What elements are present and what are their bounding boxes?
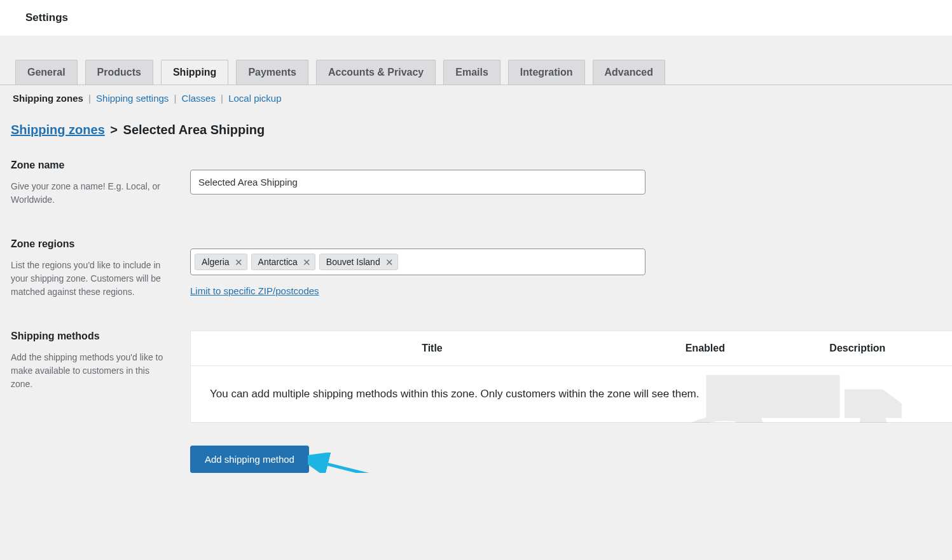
annotation-arrow-icon — [308, 453, 410, 473]
shipping-subtabs: Shipping zones | Shipping settings | Cla… — [0, 85, 952, 104]
subtab-local-pickup[interactable]: Local pickup — [228, 93, 281, 104]
subtab-shipping-zones[interactable]: Shipping zones — [13, 93, 83, 104]
breadcrumb-shipping-zones-link[interactable]: Shipping zones — [11, 123, 105, 137]
tab-shipping[interactable]: Shipping — [161, 60, 228, 85]
subtab-classes[interactable]: Classes — [182, 93, 216, 104]
table-header-title: Title — [191, 331, 648, 366]
tab-integration[interactable]: Integration — [508, 60, 585, 85]
zone-regions-select[interactable]: Algeria✕Antarctica✕Bouvet Island✕ — [190, 249, 645, 275]
region-tag-antarctica: Antarctica✕ — [251, 254, 315, 270]
tab-general[interactable]: General — [15, 60, 78, 85]
page-title: Settings — [0, 0, 952, 36]
add-shipping-method-button[interactable]: Add shipping method — [190, 446, 309, 473]
subtab-separator: | — [171, 93, 179, 104]
limit-postcodes-link[interactable]: Limit to specific ZIP/postcodes — [190, 285, 319, 296]
subtab-separator: | — [218, 93, 226, 104]
region-tag-label: Algeria — [202, 257, 230, 267]
shipping-methods-help: Add the shipping methods you'd like to m… — [11, 351, 171, 391]
region-tag-label: Antarctica — [258, 257, 298, 267]
shipping-methods-label: Shipping methods — [11, 331, 171, 342]
zone-name-label: Zone name — [11, 160, 171, 171]
subtab-separator: | — [86, 93, 93, 104]
svg-line-3 — [322, 463, 403, 473]
breadcrumb-current: Selected Area Shipping — [123, 123, 265, 137]
zone-regions-label: Zone regions — [11, 238, 171, 250]
zone-name-input[interactable] — [190, 170, 645, 195]
subtab-shipping-settings[interactable]: Shipping settings — [96, 93, 169, 104]
zone-regions-row: Zone regions List the regions you'd like… — [11, 238, 952, 299]
zone-name-help: Give your zone a name! E.g. Local, or Wo… — [11, 180, 171, 207]
region-tag-algeria: Algeria✕ — [195, 254, 247, 270]
empty-methods-message: You can add multiple shipping methods wi… — [191, 366, 952, 422]
tab-products[interactable]: Products — [85, 60, 153, 85]
region-tag-label: Bouvet Island — [326, 257, 380, 267]
remove-tag-icon[interactable]: ✕ — [235, 257, 243, 267]
breadcrumb-separator: > — [110, 123, 118, 137]
zone-name-row: Zone name Give your zone a name! E.g. Lo… — [11, 160, 952, 207]
zone-regions-help: List the regions you'd like to include i… — [11, 259, 171, 299]
remove-tag-icon[interactable]: ✕ — [303, 257, 311, 267]
breadcrumb: Shipping zones > Selected Area Shipping — [0, 104, 952, 137]
tab-advanced[interactable]: Advanced — [593, 60, 665, 85]
tab-accounts-privacy[interactable]: Accounts & Privacy — [316, 60, 436, 85]
settings-tabs: GeneralProductsShippingPaymentsAccounts … — [0, 36, 952, 85]
tab-emails[interactable]: Emails — [443, 60, 500, 85]
shipping-methods-row: Shipping methods Add the shipping method… — [11, 331, 952, 473]
tab-payments[interactable]: Payments — [236, 60, 308, 85]
shipping-methods-table: Title Enabled Description You can add mu… — [190, 331, 952, 423]
region-tag-bouvet-island: Bouvet Island✕ — [319, 254, 398, 270]
remove-tag-icon[interactable]: ✕ — [385, 257, 394, 267]
